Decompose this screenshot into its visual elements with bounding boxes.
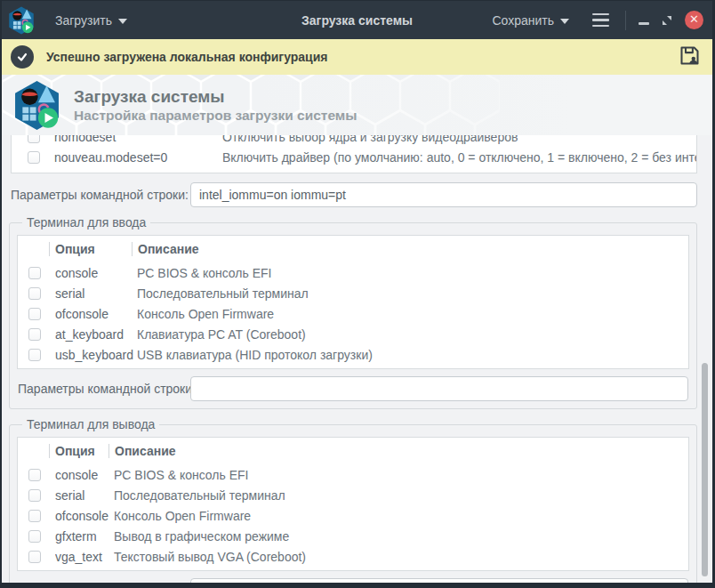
row-checkbox[interactable] [28,267,41,279]
notification-message: Успешно загружена локальная конфигурация [46,50,328,64]
option-name: serial [55,488,114,503]
titlebar: Загрузить Загрузка системы Сохранить ✕ [2,1,712,39]
row-checkbox[interactable] [28,469,41,481]
table-row[interactable]: nomodesetОтключить выбор ядра и загрузку… [12,135,696,147]
option-column-header: Опция [55,444,108,458]
hamburger-menu-button[interactable] [589,10,613,31]
minimize-button[interactable] [639,22,649,25]
row-checkbox[interactable] [28,135,40,143]
option-description: Отключить выбор ядра и загрузку видеодра… [222,135,696,144]
save-menu-button[interactable]: Сохранить [485,8,576,33]
page-header-banner: Загрузка системы Настройка параметров за… [2,75,712,135]
option-description: Текстовый вывод VGA (Coreboot) [114,550,688,564]
option-name: nomodeset [54,135,222,144]
notification-bar: Успешно загружена локальная конфигурация [2,39,712,75]
output-terminal-cmdline-row: Параметры командной строки: [17,578,689,583]
row-checkbox[interactable] [28,308,41,320]
row-checkbox[interactable] [28,287,41,300]
table-row[interactable]: usb_keyboardUSB клавиатура (HID протокол… [18,344,688,365]
option-description: Клавиатура PC AT (Coreboot) [137,327,688,342]
save-local-config-icon[interactable] [678,44,702,71]
kernel-cmdline-row: Параметры командной строки: [11,182,697,207]
option-description: Последовательный терминал [137,286,688,301]
option-description: PC BIOS & консоль EFI [137,266,688,280]
table-row[interactable]: gfxtermВывод в графическом режиме [18,526,688,546]
option-description: USB клавиатура (HID протокол загрузки) [137,348,688,362]
load-menu-button[interactable]: Загрузить [48,8,134,33]
cmdline-label: Параметры командной строки: [18,382,190,396]
table-row[interactable]: nouveau.modeset=0Включить драйвер (по ум… [12,147,696,167]
description-column-header: Описание [115,444,176,458]
kernel-options-clip: nomodesetОтключить выбор ядра и загрузку… [11,135,697,177]
table-row[interactable]: consolePC BIOS & консоль EFI [18,464,688,485]
app-window: Загрузить Загрузка системы Сохранить ✕ [0,0,715,588]
column-separator [49,444,50,458]
row-checkbox[interactable] [28,489,41,502]
table-row[interactable]: ofconsoleКонсоль Open Firmware [18,303,688,324]
table-row[interactable]: consolePC BIOS & консоль EFI [18,262,688,283]
column-separator [49,242,50,256]
output-terminal-cmdline-input[interactable] [190,578,688,583]
close-button[interactable]: ✕ [685,11,703,29]
module-logo-icon [12,80,62,131]
kernel-options-table: nomodesetОтключить выбор ядра и загрузку… [11,135,697,173]
kernel-cmdline-input[interactable] [190,182,697,207]
titlebar-separator [625,11,626,30]
option-name: console [55,468,114,482]
row-checkbox[interactable] [28,551,41,563]
row-checkbox[interactable] [28,328,41,341]
table-row[interactable]: ofconsoleКонсоль Open Firmware [18,505,688,526]
row-checkbox[interactable] [28,510,41,522]
table-header: Опция Описание [18,236,688,262]
output-terminal-table: Опция Описание consolePC BIOS & консоль … [17,437,689,571]
option-description: Консоль Open Firmware [137,307,688,321]
input-terminal-table: Опция Описание consolePC BIOS & консоль … [17,235,689,369]
app-logo-icon [7,6,36,35]
main-content: nomodesetОтключить выбор ядра и загрузку… [2,135,712,583]
option-name: gfxterm [55,529,114,544]
option-name: nouveau.modeset=0 [54,150,222,165]
save-menu-label: Сохранить [492,13,554,28]
option-name: console [55,266,137,280]
option-description: Включить драйвер (по умолчанию: auto, 0 … [222,150,696,165]
chevron-down-icon [118,19,127,24]
table-row[interactable]: vga_textТекстовый вывод VGA (Coreboot) [18,546,688,567]
option-name: usb_keyboard [55,348,137,362]
row-checkbox[interactable] [28,349,41,361]
column-separator [108,444,109,458]
option-name: serial [55,286,137,301]
page-subtitle: Настройка параметров загрузки системы [74,108,358,124]
description-column-header: Описание [138,242,199,256]
input-terminal-cmdline-input[interactable] [190,376,688,401]
option-description: Последовательный терминал [114,488,688,503]
page-title: Загрузка системы [74,86,358,108]
table-row[interactable]: serialПоследовательный терминал [18,283,688,303]
cmdline-label: Параметры командной строки: [11,188,190,202]
option-description: Вывод в графическом режиме [114,529,688,544]
option-column-header: Опция [55,242,132,256]
input-terminal-group: Терминал для ввода Опция Описание consol… [9,215,697,409]
option-description: PC BIOS & консоль EFI [114,468,688,482]
table-row[interactable]: serialПоследовательный терминал [18,485,688,505]
table-row[interactable]: at_keyboardКлавиатура PC AT (Coreboot) [18,324,688,344]
option-name: vga_text [55,550,114,564]
output-terminal-group: Терминал для вывода Опция Описание conso… [9,417,697,583]
input-terminal-legend: Терминал для ввода [22,215,150,230]
option-name: at_keyboard [55,327,137,342]
restore-button[interactable] [662,15,672,26]
option-name: ofconsole [55,509,114,523]
row-checkbox[interactable] [28,151,40,164]
option-name: ofconsole [55,307,137,321]
success-check-icon [11,45,34,68]
table-header: Опция Описание [18,438,688,464]
column-separator [132,242,133,256]
vertical-scrollbar-thumb[interactable] [702,363,708,576]
option-description: Консоль Open Firmware [114,509,688,523]
row-checkbox[interactable] [28,530,41,543]
load-menu-label: Загрузить [55,13,112,28]
output-terminal-legend: Терминал для вывода [22,417,159,431]
chevron-down-icon [560,19,569,24]
input-terminal-cmdline-row: Параметры командной строки: [17,376,689,401]
